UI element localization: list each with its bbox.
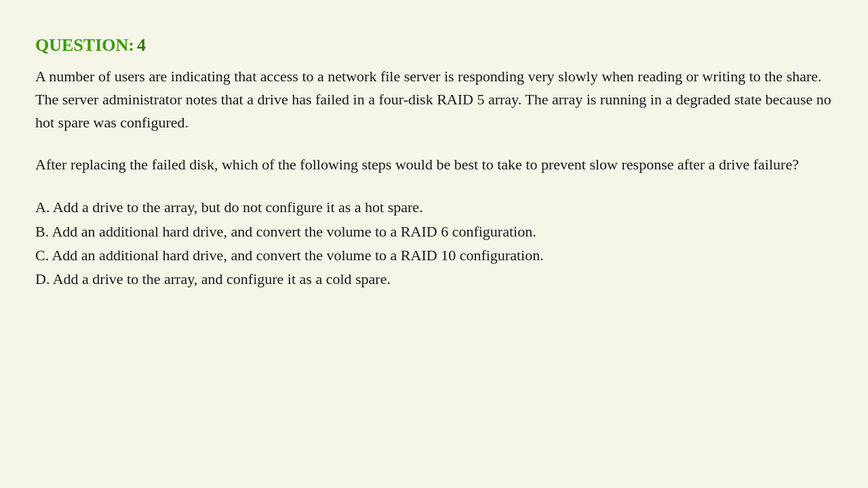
answer-b: B. Add an additional hard drive, and con… bbox=[35, 220, 833, 243]
answers-section: A. Add a drive to the array, but do not … bbox=[35, 195, 833, 291]
page-container: QUESTION: 4 A number of users are indica… bbox=[0, 0, 868, 488]
question-label: QUESTION: bbox=[35, 35, 134, 55]
question-number: 4 bbox=[137, 35, 146, 55]
answer-a: A. Add a drive to the array, but do not … bbox=[35, 195, 833, 219]
question-body: A number of users are indicating that ac… bbox=[35, 65, 833, 291]
question-paragraph-2: After replacing the failed disk, which o… bbox=[35, 153, 833, 176]
question-header: QUESTION: 4 bbox=[35, 35, 833, 56]
answer-c: C. Add an additional hard drive, and con… bbox=[35, 243, 833, 267]
answer-d: D. Add a drive to the array, and configu… bbox=[35, 267, 833, 291]
question-paragraph-1: A number of users are indicating that ac… bbox=[35, 65, 833, 134]
